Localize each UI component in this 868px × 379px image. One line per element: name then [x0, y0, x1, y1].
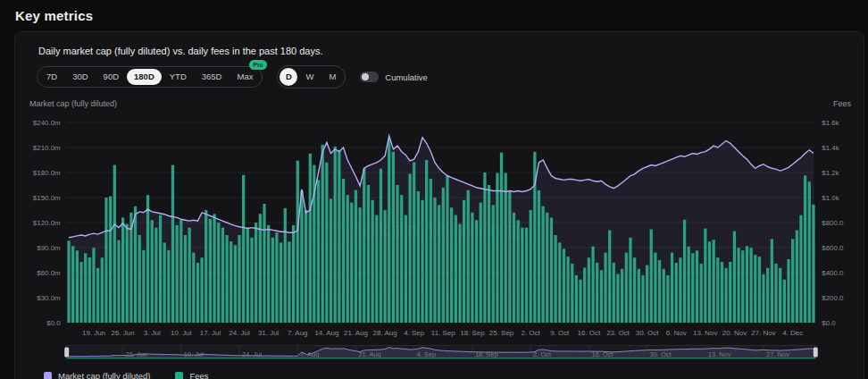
svg-text:3. Jul: 3. Jul: [144, 329, 161, 337]
svg-text:$30.0m: $30.0m: [37, 294, 61, 302]
svg-text:$90.0m: $90.0m: [37, 244, 61, 252]
navigator[interactable]: 26. Jun10. Jul24. Jul7. Aug21. Aug4. Sep…: [24, 345, 855, 363]
range-365d[interactable]: 365D: [195, 69, 230, 85]
svg-text:28. Aug: 28. Aug: [373, 329, 397, 337]
svg-text:$400.0: $400.0: [822, 269, 844, 277]
market-cap-swatch-icon: [44, 372, 52, 379]
svg-text:$600.0: $600.0: [822, 244, 844, 252]
svg-text:4. Dec: 4. Dec: [782, 329, 803, 337]
svg-text:$1.2k: $1.2k: [822, 169, 839, 177]
svg-text:$210.0m: $210.0m: [33, 144, 61, 152]
range-selector: 7D 30D 90D 180D YTD 365D Max Pro: [37, 66, 263, 88]
svg-text:19. Jun: 19. Jun: [82, 329, 105, 337]
svg-text:$200.0: $200.0: [822, 294, 844, 302]
key-metrics-card: Daily market cap (fully diluted) vs. dai…: [14, 31, 864, 379]
cumulative-label: Cumulative: [385, 72, 428, 82]
pro-badge: Pro: [249, 60, 268, 70]
svg-text:31. Jul: 31. Jul: [258, 329, 280, 337]
svg-text:7. Aug: 7. Aug: [288, 329, 308, 337]
svg-text:$60.0m: $60.0m: [37, 269, 61, 277]
toggle-track-icon[interactable]: [360, 72, 379, 82]
chart-area: $0.0$0.0$30.0m$200.0$60.0m$400.0$90.0m$6…: [24, 110, 855, 341]
range-180d[interactable]: 180D: [127, 69, 162, 85]
svg-text:$240.0m: $240.0m: [33, 119, 61, 127]
page-title: Key metrics: [0, 0, 868, 23]
svg-text:11. Sep: 11. Sep: [431, 329, 455, 337]
svg-text:$0.0: $0.0: [822, 319, 836, 327]
svg-text:24. Jul: 24. Jul: [229, 329, 250, 337]
svg-text:$1.4k: $1.4k: [822, 144, 839, 152]
legend-item-market-cap[interactable]: Market cap (fully diluted): [44, 371, 150, 379]
interval-monthly[interactable]: M: [321, 69, 343, 85]
axis-titles: Market cap (fully diluted) Fees: [29, 99, 851, 108]
chart-subtitle: Daily market cap (fully diluted) vs. dai…: [24, 41, 855, 56]
svg-text:$1.6k: $1.6k: [822, 119, 839, 127]
cumulative-toggle[interactable]: Cumulative: [360, 72, 428, 82]
left-axis-title: Market cap (fully diluted): [29, 99, 117, 108]
navigator-handle-right[interactable]: [814, 348, 818, 358]
svg-text:16. Oct: 16. Oct: [578, 329, 601, 337]
svg-text:10. Jul: 10. Jul: [171, 329, 192, 337]
range-ytd[interactable]: YTD: [163, 69, 194, 85]
svg-text:$1.0k: $1.0k: [822, 194, 839, 202]
interval-weekly[interactable]: W: [298, 69, 321, 85]
navigator-handle-left[interactable]: [64, 348, 69, 358]
range-max[interactable]: Max: [230, 69, 260, 85]
interval-daily[interactable]: D: [280, 68, 297, 86]
svg-text:$120.0m: $120.0m: [33, 219, 61, 227]
legend: Market cap (fully diluted) Fees: [44, 371, 855, 379]
svg-text:6. Nov: 6. Nov: [666, 329, 687, 337]
svg-text:$0.0: $0.0: [46, 319, 61, 327]
legend-label-market-cap: Market cap (fully diluted): [58, 371, 150, 379]
market-cap-area: [67, 136, 816, 323]
svg-text:17. Jul: 17. Jul: [200, 329, 221, 337]
main-chart[interactable]: $0.0$0.0$30.0m$200.0$60.0m$400.0$90.0m$6…: [24, 110, 855, 341]
svg-text:$800.0: $800.0: [822, 219, 844, 227]
svg-text:4. Sep: 4. Sep: [404, 329, 425, 337]
range-7d[interactable]: 7D: [39, 69, 64, 85]
svg-text:25. Sep: 25. Sep: [489, 329, 514, 337]
chart-controls: 7D 30D 90D 180D YTD 365D Max Pro D W M C…: [37, 65, 855, 88]
svg-text:23. Oct: 23. Oct: [606, 329, 630, 337]
svg-text:26. Jun: 26. Jun: [112, 329, 135, 337]
legend-item-fees[interactable]: Fees: [175, 371, 208, 379]
svg-text:9. Oct: 9. Oct: [550, 329, 570, 337]
svg-text:14. Aug: 14. Aug: [314, 329, 338, 337]
range-90d[interactable]: 90D: [96, 69, 126, 85]
svg-text:$150.0m: $150.0m: [33, 194, 61, 202]
interval-selector: D W M: [277, 65, 346, 88]
range-30d[interactable]: 30D: [65, 69, 95, 85]
svg-text:18. Sep: 18. Sep: [460, 329, 485, 337]
fees-swatch-icon: [175, 372, 183, 379]
right-axis-title: Fees: [833, 99, 851, 108]
svg-text:21. Aug: 21. Aug: [344, 329, 368, 337]
svg-text:27. Nov: 27. Nov: [751, 329, 775, 337]
toggle-knob-icon: [362, 73, 369, 80]
svg-text:13. Nov: 13. Nov: [693, 329, 717, 337]
svg-text:2. Oct: 2. Oct: [522, 329, 541, 337]
svg-text:30. Oct: 30. Oct: [636, 329, 659, 337]
svg-text:20. Nov: 20. Nov: [722, 329, 747, 337]
svg-text:$180.0m: $180.0m: [33, 169, 61, 177]
legend-label-fees: Fees: [189, 371, 208, 379]
